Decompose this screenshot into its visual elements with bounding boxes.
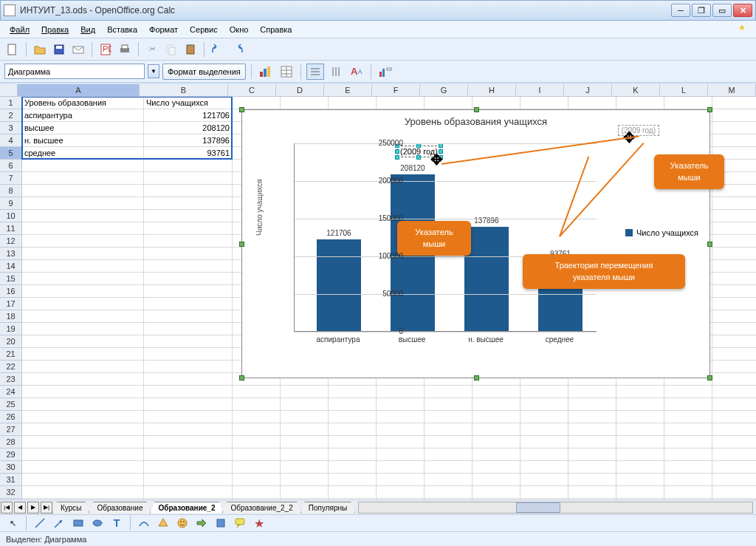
row-header[interactable]: 18 (0, 310, 21, 323)
chart-type-icon[interactable] (257, 64, 275, 80)
select-tool-icon[interactable]: ↖ (4, 515, 21, 531)
menu-tools[interactable]: Сервис (185, 23, 223, 36)
curve-tool-icon[interactable] (136, 515, 152, 531)
chart-legend[interactable]: Число учащихся (625, 228, 698, 237)
open-icon[interactable] (32, 41, 48, 58)
callout-shapes-icon[interactable] (232, 515, 248, 531)
line-tool-icon[interactable] (32, 515, 48, 531)
row-header[interactable]: 28 (0, 436, 21, 448)
row-header[interactable]: 29 (0, 448, 21, 461)
column-header[interactable]: D (276, 84, 324, 96)
chart-bar[interactable]: 137896 (464, 227, 509, 331)
row-header[interactable]: 14 (0, 260, 21, 273)
row-header[interactable]: 2 (0, 109, 21, 122)
vgrid-icon[interactable] (327, 64, 345, 80)
print-icon[interactable] (117, 41, 133, 58)
sheet-tab[interactable]: Популярны (300, 502, 355, 513)
menu-view[interactable]: Вид (75, 23, 100, 36)
hgrid-icon[interactable] (306, 64, 324, 80)
redo-icon[interactable] (229, 41, 245, 58)
minimize-button[interactable]: ─ (671, 4, 690, 17)
tab-nav-prev[interactable]: ◀ (14, 502, 26, 513)
rect-tool-icon[interactable] (70, 515, 86, 531)
column-header[interactable]: E (324, 84, 372, 96)
column-header[interactable]: M (708, 84, 756, 96)
column-header[interactable]: A (18, 84, 140, 96)
row-header[interactable]: 23 (0, 373, 21, 386)
row-header[interactable]: 12 (0, 235, 21, 248)
column-header[interactable]: G (420, 84, 468, 96)
select-all-corner[interactable] (0, 84, 18, 96)
column-header[interactable]: J (564, 84, 612, 96)
paste-icon[interactable] (182, 41, 199, 58)
row-header[interactable]: 13 (0, 248, 21, 260)
legend-icon[interactable] (377, 64, 394, 80)
flowchart-icon[interactable] (213, 515, 229, 531)
menu-window[interactable]: Окно (224, 23, 254, 36)
tab-nav-last[interactable]: ▶| (41, 502, 52, 513)
row-header[interactable]: 32 (0, 486, 21, 499)
row-header[interactable]: 6 (0, 160, 21, 172)
row-header[interactable]: 19 (0, 323, 21, 335)
row-header[interactable]: 1 (0, 97, 21, 109)
row-header[interactable]: 11 (0, 222, 21, 235)
row-header[interactable]: 24 (0, 386, 21, 398)
column-header[interactable]: I (516, 84, 564, 96)
copy-icon[interactable] (163, 41, 179, 58)
feedback-icon[interactable]: ★ (738, 23, 752, 36)
chart-bar[interactable]: 121706 (317, 239, 361, 331)
row-header[interactable]: 26 (0, 411, 21, 423)
row-header[interactable]: 8 (0, 185, 21, 197)
sheet-tab-active[interactable]: Образование_2 (150, 502, 223, 513)
chart-object[interactable]: Уровень образования учащихся Число учащи… (241, 109, 710, 378)
basic-shapes-icon[interactable] (155, 515, 171, 531)
cell-grid[interactable]: 93761среднее137896н. высшее208120высшее1… (22, 97, 756, 499)
name-box[interactable]: Диаграмма (4, 64, 145, 79)
menu-insert[interactable]: Вставка (102, 23, 142, 36)
sheet-tab[interactable]: Образование_2_2 (222, 502, 300, 513)
new-doc-icon[interactable] (4, 41, 21, 58)
menu-file[interactable]: Файл (4, 23, 35, 36)
row-header[interactable]: 27 (0, 423, 21, 436)
chart-data-icon[interactable] (278, 64, 295, 80)
tab-nav-first[interactable]: |◀ (1, 502, 13, 513)
sheet-tab[interactable]: Образование (89, 502, 151, 513)
restore-button[interactable]: ❐ (692, 4, 711, 17)
row-header[interactable]: 30 (0, 461, 21, 474)
cut-icon[interactable]: ✂ (144, 41, 160, 58)
menu-edit[interactable]: Правка (36, 23, 74, 36)
name-box-dropdown[interactable]: ▼ (148, 64, 159, 78)
row-header[interactable]: 15 (0, 273, 21, 285)
row-header[interactable]: 4 (0, 134, 21, 147)
column-header[interactable]: H (468, 84, 516, 96)
close-button[interactable]: ✕ (733, 4, 752, 17)
export-pdf-icon[interactable]: PDF (97, 41, 114, 58)
row-header[interactable]: 3 (0, 122, 21, 134)
sheet-tab[interactable]: Курсы (52, 502, 89, 513)
format-selection-button[interactable]: Формат выделения (162, 64, 246, 80)
maximize-button[interactable]: ▭ (712, 4, 732, 17)
save-icon[interactable] (51, 41, 67, 58)
column-header[interactable]: C (228, 84, 276, 96)
row-header[interactable]: 7 (0, 172, 21, 185)
ellipse-tool-icon[interactable] (89, 515, 106, 531)
menu-format[interactable]: Формат (144, 23, 183, 36)
stars-icon[interactable]: ★ (251, 515, 267, 531)
row-header[interactable]: 20 (0, 335, 21, 348)
tab-nav-next[interactable]: ▶ (27, 502, 39, 513)
arrow-tool-icon[interactable] (51, 515, 67, 531)
row-header[interactable]: 5 (0, 147, 21, 160)
row-header[interactable]: 17 (0, 298, 21, 310)
column-header[interactable]: F (372, 84, 420, 96)
row-header[interactable]: 10 (0, 210, 21, 222)
row-header[interactable]: 9 (0, 197, 21, 210)
undo-icon[interactable] (210, 41, 226, 58)
row-header[interactable]: 22 (0, 361, 21, 373)
email-icon[interactable] (70, 41, 86, 58)
column-header[interactable]: L (660, 84, 708, 96)
block-arrows-icon[interactable] (193, 515, 210, 531)
text-tool-icon[interactable]: T (109, 515, 125, 531)
column-header[interactable]: K (612, 84, 660, 96)
symbol-shapes-icon[interactable] (174, 515, 190, 531)
horizontal-scrollbar[interactable] (358, 502, 753, 513)
